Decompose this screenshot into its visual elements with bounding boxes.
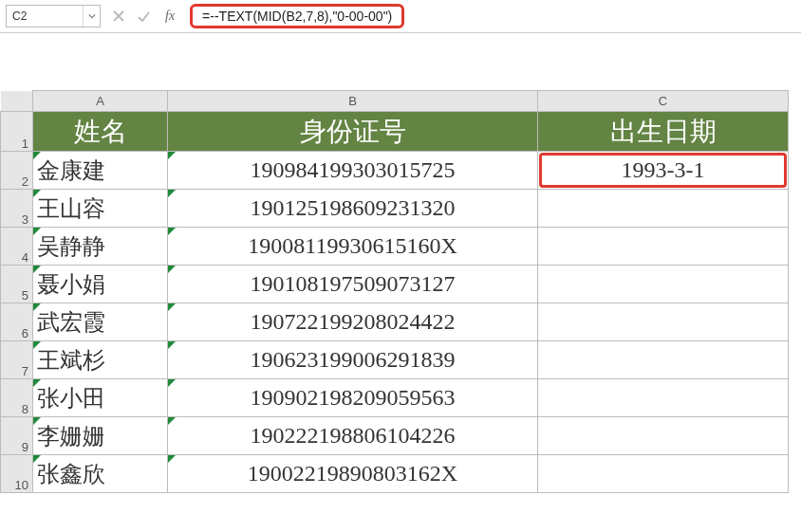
cell-B10[interactable]: 19002219890803162X	[168, 455, 538, 493]
header-name[interactable]: 姓名	[33, 112, 168, 152]
row-header[interactable]: 2	[1, 152, 33, 190]
cell-A6[interactable]: 武宏霞	[33, 303, 168, 341]
error-indicator-icon	[168, 228, 176, 235]
chevron-down-icon	[88, 12, 96, 20]
error-indicator-icon	[168, 379, 176, 387]
cell-A9[interactable]: 李姗姗	[33, 417, 168, 455]
error-indicator-icon	[168, 190, 176, 197]
error-indicator-icon	[33, 152, 41, 159]
row-header[interactable]: 5	[1, 266, 33, 303]
error-indicator-icon	[168, 152, 176, 159]
error-indicator-icon	[33, 303, 41, 311]
cell-A10[interactable]: 张鑫欣	[33, 455, 168, 493]
cell-B8[interactable]: 190902198209059563	[168, 379, 538, 417]
cell-C10[interactable]	[538, 455, 789, 493]
error-indicator-icon	[33, 190, 41, 197]
fx-icon[interactable]: fx	[161, 9, 178, 24]
cell-A5[interactable]: 聂小娟	[33, 266, 168, 303]
row-header[interactable]: 9	[1, 417, 33, 455]
cell-C5[interactable]	[538, 266, 789, 303]
name-box-dropdown[interactable]	[83, 6, 100, 27]
row-header[interactable]: 7	[1, 341, 33, 379]
cell-B4[interactable]: 19008119930615160X	[168, 228, 538, 266]
formula-text: =--TEXT(MID(B2,7,8),"0-00-00")	[202, 9, 392, 24]
formula-input[interactable]: =--TEXT(MID(B2,7,8),"0-00-00")	[190, 4, 404, 28]
cell-B9[interactable]: 190222198806104226	[168, 417, 538, 455]
error-indicator-icon	[33, 228, 41, 235]
spreadsheet-grid[interactable]: A B C 1 姓名 身份证号 出生日期 2 金康建 1909841993030…	[0, 90, 789, 493]
row-header[interactable]: 8	[1, 379, 33, 417]
name-box[interactable]: C2	[6, 5, 101, 28]
error-indicator-icon	[33, 341, 41, 349]
cell-A3[interactable]: 王山容	[33, 190, 168, 228]
error-indicator-icon	[168, 266, 176, 273]
row-header[interactable]: 1	[1, 112, 33, 152]
error-indicator-icon	[33, 455, 41, 463]
cell-B2[interactable]: 190984199303015725	[168, 152, 538, 190]
row-header[interactable]: 10	[1, 455, 33, 493]
row-header[interactable]: 6	[1, 303, 33, 341]
row-header[interactable]: 4	[1, 228, 33, 266]
cell-C7[interactable]	[538, 341, 789, 379]
col-header-B[interactable]: B	[168, 91, 538, 112]
cell-C3[interactable]	[538, 190, 789, 228]
error-indicator-icon	[33, 266, 41, 273]
row-header[interactable]: 3	[1, 190, 33, 228]
cell-C4[interactable]	[538, 228, 789, 266]
header-id[interactable]: 身份证号	[168, 112, 538, 152]
cell-C2[interactable]: 1993-3-1	[538, 152, 789, 190]
error-indicator-icon	[168, 303, 176, 311]
cell-A8[interactable]: 张小田	[33, 379, 168, 417]
cell-A7[interactable]: 王斌杉	[33, 341, 168, 379]
error-indicator-icon	[33, 417, 41, 425]
formula-buttons: fx	[106, 9, 184, 24]
error-indicator-icon	[168, 417, 176, 425]
header-dob[interactable]: 出生日期	[538, 112, 789, 152]
cancel-icon[interactable]	[112, 9, 125, 23]
cell-B5[interactable]: 190108197509073127	[168, 266, 538, 303]
cell-C6[interactable]	[538, 303, 789, 341]
name-box-value: C2	[7, 9, 83, 23]
error-indicator-icon	[33, 379, 41, 387]
formula-bar: C2 fx =--TEXT(MID(B2,7,8),"0-00-00")	[0, 0, 801, 33]
col-header-C[interactable]: C	[538, 91, 789, 112]
cell-A4[interactable]: 吴静静	[33, 228, 168, 266]
col-header-A[interactable]: A	[33, 91, 168, 112]
error-indicator-icon	[168, 341, 176, 349]
cell-B3[interactable]: 190125198609231320	[168, 190, 538, 228]
cell-B7[interactable]: 190623199006291839	[168, 341, 538, 379]
cell-A2[interactable]: 金康建	[33, 152, 168, 190]
cell-C9[interactable]	[538, 417, 789, 455]
error-indicator-icon	[168, 455, 176, 463]
enter-icon[interactable]	[137, 9, 150, 23]
select-all-corner[interactable]	[1, 91, 33, 112]
cell-C8[interactable]	[538, 379, 789, 417]
cell-B6[interactable]: 190722199208024422	[168, 303, 538, 341]
